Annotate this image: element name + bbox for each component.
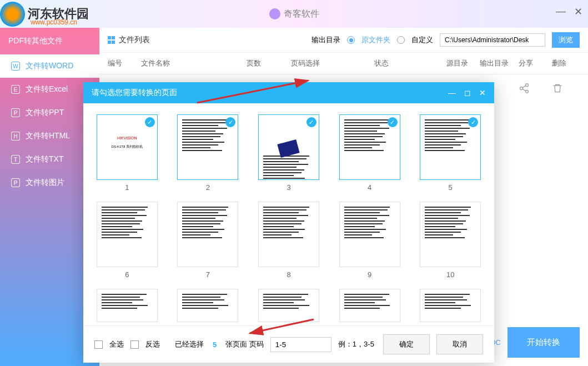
svg-point-1: [520, 87, 523, 89]
col-output: 输出目录: [480, 58, 519, 68]
thumbnail-number: 7: [206, 270, 210, 279]
page-range-input[interactable]: [270, 337, 331, 352]
thumbnail-item[interactable]: 7: [175, 202, 241, 279]
sidebar-item-label: 文件转WORD: [26, 61, 73, 71]
checkbox-invert[interactable]: [130, 340, 139, 349]
thumbnail-number: 5: [449, 183, 453, 192]
col-filename: 文件名称: [141, 58, 247, 68]
page-thumbnail: [177, 289, 238, 322]
col-share: 分享: [519, 58, 552, 68]
svg-point-2: [526, 90, 529, 93]
page-thumbnail: [97, 289, 158, 322]
row-share[interactable]: [519, 83, 552, 96]
page-thumbnail: ✓: [177, 114, 238, 180]
page-thumbnail: [258, 202, 319, 267]
svg-point-0: [526, 83, 529, 86]
selected-count: 5: [213, 340, 217, 349]
dialog-window-controls: — ◻ ✕: [448, 88, 486, 97]
thumbnail-number: 9: [368, 270, 371, 279]
page-thumbnail: ✓HIKVISIONDS-K1T8 系列指纹机: [97, 114, 158, 180]
thumbnail-item[interactable]: 8: [256, 202, 321, 279]
toolbar: 文件列表 输出目录 原文件夹 自定义 浏览: [99, 28, 588, 53]
sidebar-category-header: PDF转其他文件: [0, 28, 99, 54]
ppt-icon: P: [11, 108, 20, 117]
sidebar-item-label: 文件转图片: [26, 178, 64, 188]
thumbnail-number: 2: [206, 183, 210, 192]
thumbnail-item[interactable]: [175, 289, 241, 322]
output-path-input[interactable]: [440, 33, 545, 47]
dialog-maximize-icon[interactable]: ◻: [464, 88, 471, 97]
page-select-dialog: 请勾选您需要转换的页面 — ◻ ✕ ✓HIKVISIONDS-K1T8 系列指纹…: [83, 82, 494, 363]
check-icon: ✓: [225, 117, 235, 127]
thumbnail-item[interactable]: ✓4: [337, 114, 403, 192]
page-thumbnail: [420, 202, 481, 267]
thumbnail-item[interactable]: ✓HIKVISIONDS-K1T8 系列指纹机1: [94, 114, 160, 192]
thumbnail-number: 1: [125, 183, 129, 192]
image-icon: P: [11, 178, 20, 187]
page-thumbnail: [339, 289, 400, 322]
watermark-logo-icon: [0, 2, 25, 27]
brand-text: 奇客软件: [284, 8, 319, 20]
thumbnail-item[interactable]: [256, 289, 321, 322]
dialog-minimize-icon[interactable]: —: [448, 88, 456, 97]
page-thumbnail: [97, 202, 158, 267]
grid-icon: [108, 36, 115, 44]
close-icon[interactable]: ✕: [574, 6, 582, 18]
dialog-close-icon[interactable]: ✕: [479, 88, 486, 97]
col-source: 源目录: [446, 58, 480, 68]
txt-icon: T: [11, 155, 20, 164]
thumbnail-grid: ✓HIKVISIONDS-K1T8 系列指纹机1✓2✓3✓4✓5678910: [94, 114, 483, 322]
radio-source-folder[interactable]: [347, 36, 355, 44]
ok-button[interactable]: 确定: [383, 334, 430, 354]
page-thumbnail: ✓: [258, 114, 319, 180]
radio-label-custom: 自定义: [411, 35, 433, 45]
thumbnail-item[interactable]: ✓3: [256, 114, 321, 192]
page-thumbnail: [258, 289, 319, 322]
example-text: 例：1，3-5: [338, 339, 374, 349]
dialog-titlebar: 请勾选您需要转换的页面 — ◻ ✕: [83, 82, 494, 103]
thumbnail-item[interactable]: [418, 289, 483, 322]
thumbnail-item[interactable]: [94, 289, 160, 322]
thumbnail-item[interactable]: ✓2: [175, 114, 241, 192]
checkbox-select-all[interactable]: [94, 340, 103, 349]
sidebar-item-word[interactable]: W 文件转WORD: [0, 54, 99, 78]
dialog-title-text: 请勾选您需要转换的页面: [92, 88, 177, 98]
sidebar-item-label: 文件转Excel: [26, 84, 68, 94]
page-thumbnail: ✓: [420, 114, 481, 180]
watermark-url: www.pc0359.cn: [31, 18, 77, 26]
html-icon: H: [11, 132, 20, 141]
thumbnail-item[interactable]: [337, 289, 403, 322]
titlebar: 河东软件园 www.pc0359.cn 奇客软件 — ✕: [0, 0, 588, 28]
check-icon: ✓: [145, 117, 155, 127]
excel-icon: E: [11, 85, 20, 94]
cancel-button[interactable]: 取消: [436, 334, 483, 354]
thumbnail-item[interactable]: 10: [418, 202, 483, 279]
col-delete: 删除: [552, 58, 580, 68]
minimize-icon[interactable]: —: [556, 6, 566, 18]
thumbnail-item[interactable]: 6: [94, 202, 160, 279]
brand-icon: [269, 8, 280, 19]
thumbnail-item[interactable]: 9: [337, 202, 403, 279]
check-icon: ✓: [468, 117, 478, 127]
thumbnail-number: 3: [287, 183, 290, 192]
window-controls: — ✕: [556, 6, 582, 18]
share-icon: [519, 83, 530, 94]
browse-button[interactable]: 浏览: [552, 32, 580, 48]
pages-label: 张页面 页码: [225, 339, 264, 349]
selected-label: 已经选择: [175, 339, 204, 349]
brand: 奇客软件: [269, 8, 319, 20]
thumbnail-number: 10: [446, 270, 454, 279]
trash-icon: [552, 83, 563, 94]
dialog-footer: 全选 反选 已经选择 5 张页面 页码 例：1，3-5 确定 取消: [83, 325, 494, 363]
row-delete[interactable]: [552, 83, 580, 96]
tab-label: 文件列表: [119, 35, 150, 45]
start-convert-button[interactable]: 开始转换: [507, 327, 580, 358]
thumbnail-item[interactable]: ✓5: [418, 114, 483, 192]
invert-label: 反选: [145, 339, 160, 349]
dialog-body: ✓HIKVISIONDS-K1T8 系列指纹机1✓2✓3✓4✓5678910: [83, 103, 494, 325]
page-thumbnail: [420, 289, 481, 322]
col-status: 状态: [374, 58, 446, 68]
col-pages: 页数: [247, 58, 291, 68]
tab-file-list[interactable]: 文件列表: [108, 35, 150, 45]
radio-custom[interactable]: [397, 36, 405, 44]
